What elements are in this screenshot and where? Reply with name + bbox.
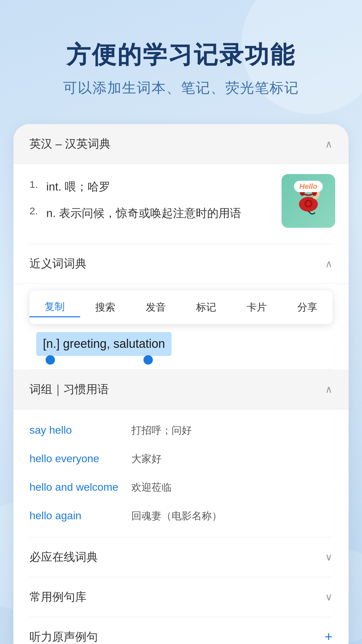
header-area: 方便的学习记录功能 可以添加生词本、笔记、荧光笔标记	[0, 0, 362, 124]
plus-icon[interactable]: +	[325, 629, 333, 644]
context-menu-share[interactable]: 分享	[282, 298, 333, 317]
context-menu: 复制 搜索 发音 标记 卡片 分享	[29, 290, 333, 324]
phrases-header[interactable]: 词组｜习惯用语 ∧	[13, 370, 349, 410]
context-menu-mark[interactable]: 标记	[181, 298, 232, 317]
sub-title: 可以添加生词本、笔记、荧光笔标记	[20, 78, 342, 97]
hello-badge: Hello	[294, 181, 323, 192]
phrases-list: say hello 打招呼；问好 hello everyone 大家好 hell…	[13, 410, 349, 537]
phrase-en-3: hello and welcome	[29, 481, 123, 493]
context-menu-pronounce[interactable]: 发音	[130, 298, 181, 317]
changyongliju-chevron-icon: ∨	[325, 591, 333, 603]
phrase-zh-2: 大家好	[131, 452, 162, 466]
english-chinese-dict-title: 英汉 – 汉英词典	[29, 136, 111, 152]
phrase-zh-4: 回魂妻（电影名称）	[131, 509, 222, 523]
tingli-title: 听力原声例句	[29, 629, 98, 644]
main-card: 英汉 – 汉英词典 ∧ Hello	[13, 124, 349, 644]
phrase-en-4: hello again	[29, 509, 123, 522]
english-chinese-dict-header[interactable]: 英汉 – 汉英词典 ∧	[13, 124, 349, 164]
main-title: 方便的学习记录功能	[20, 40, 342, 69]
phrase-row-3[interactable]: hello and welcome 欢迎莅临	[13, 473, 349, 502]
synonyms-chevron-icon: ∧	[325, 258, 333, 270]
selection-handle-right	[143, 355, 153, 365]
phrase-zh-3: 欢迎莅临	[131, 481, 172, 494]
def-number-2: 2.	[29, 204, 46, 217]
phrase-zh-1: 打招呼；问好	[131, 424, 192, 437]
phrase-row-4[interactable]: hello again 回魂妻（电影名称）	[13, 502, 349, 530]
synonyms-title: 近义词词典	[29, 256, 86, 271]
context-menu-search[interactable]: 搜索	[80, 298, 131, 317]
biyingzaixian-title: 必应在线词典	[29, 549, 98, 565]
dict-content: Hello	[13, 164, 349, 244]
changyongliju-title: 常用例句库	[29, 589, 86, 605]
svg-point-3	[306, 201, 311, 206]
phrase-en-1: say hello	[29, 424, 123, 436]
biyingzaixian-chevron-icon: ∨	[325, 551, 333, 563]
chevron-up-icon: ∧	[325, 138, 333, 150]
biyingzaixian-section[interactable]: 必应在线词典 ∨	[13, 537, 349, 577]
context-menu-copy[interactable]: 复制	[29, 297, 80, 317]
synonyms-header[interactable]: 近义词词典 ∧	[13, 244, 349, 284]
phrase-en-2: hello everyone	[29, 452, 123, 465]
selected-text: [n.] greeting, salutation	[36, 332, 172, 356]
changyongliju-section[interactable]: 常用例句库 ∨	[13, 577, 349, 617]
phrase-row-2[interactable]: hello everyone 大家好	[13, 445, 349, 473]
context-menu-card[interactable]: 卡片	[232, 298, 282, 317]
phrases-chevron-icon: ∧	[325, 383, 333, 395]
def-number-1: 1.	[29, 177, 46, 190]
hello-image: Hello	[282, 174, 335, 228]
phrases-title: 词组｜习惯用语	[29, 382, 109, 397]
selection-area: [n.] greeting, salutation	[29, 324, 333, 369]
selection-handle-left	[46, 355, 55, 365]
tingli-section[interactable]: 听力原声例句 +	[13, 617, 349, 644]
phrase-row-1[interactable]: say hello 打招呼；问好	[13, 416, 349, 445]
